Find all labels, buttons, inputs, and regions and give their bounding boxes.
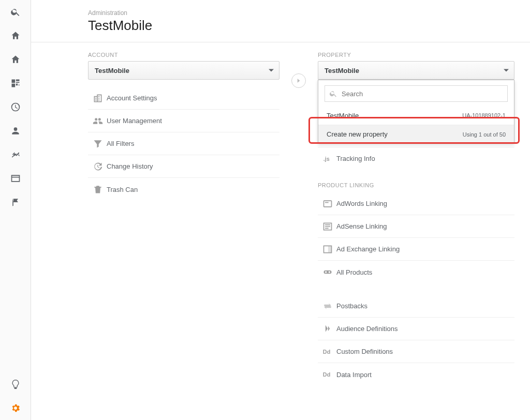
adsense-icon — [319, 221, 336, 232]
rail-realtime[interactable] — [0, 95, 31, 119]
trash-icon — [89, 184, 107, 194]
menu-custom-definitions[interactable]: Dd Custom Definitions — [318, 340, 514, 363]
nav-rail — [0, 0, 31, 420]
property-dropdown-popup: TestMobile UA-101889102-1 Create new pro… — [318, 80, 514, 144]
breadcrumb: Administration — [88, 9, 514, 17]
svg-point-8 — [329, 271, 330, 273]
people-icon — [89, 116, 107, 126]
menu-all-filters[interactable]: All Filters — [88, 132, 279, 155]
dd-icon: Dd — [319, 347, 336, 357]
dd-icon: Dd — [319, 369, 336, 380]
account-dropdown[interactable]: TestMobile — [88, 61, 279, 80]
filter-icon — [89, 139, 107, 149]
menu-trash-can[interactable]: Trash Can — [88, 178, 279, 201]
caret-down-icon — [269, 69, 274, 72]
link-icon — [319, 267, 336, 277]
menu-audience-definitions[interactable]: Audience Definitions — [318, 318, 514, 340]
property-option-create-new[interactable]: Create new property Using 1 out of 50 — [318, 125, 514, 143]
menu-tracking-info[interactable]: .js Tracking Info — [318, 147, 514, 170]
menu-all-products[interactable]: All Products — [318, 261, 514, 283]
adwords-icon — [319, 199, 336, 209]
rail-acquisition[interactable] — [0, 143, 31, 167]
rail-search[interactable] — [0, 0, 31, 24]
account-selected: TestMobile — [95, 67, 129, 74]
svg-rect-1 — [324, 201, 332, 207]
divider — [31, 42, 530, 42]
menu-adsense-linking[interactable]: AdSense Linking — [318, 215, 514, 238]
property-option-existing[interactable]: TestMobile UA-101889102-1 — [318, 106, 514, 125]
history-icon — [89, 161, 107, 172]
rail-conversions[interactable] — [0, 190, 31, 214]
caret-down-icon — [504, 69, 509, 72]
menu-change-history[interactable]: Change History — [88, 155, 279, 178]
page-title: TestMobile — [88, 18, 514, 34]
rail-home[interactable] — [0, 24, 31, 48]
menu-adexchange-linking[interactable]: Ad Exchange Linking — [318, 238, 514, 261]
svg-rect-6 — [324, 271, 332, 274]
account-label: ACCOUNT — [88, 52, 279, 61]
svg-rect-2 — [325, 202, 329, 203]
menu-adwords-linking[interactable]: AdWords Linking — [318, 192, 514, 215]
property-search-input[interactable] — [341, 89, 503, 98]
rail-audience[interactable] — [0, 119, 31, 143]
js-icon: .js — [319, 154, 336, 164]
svg-text:Dd: Dd — [323, 349, 330, 355]
audience-icon — [319, 324, 336, 334]
property-search[interactable] — [325, 85, 508, 102]
property-selected: TestMobile — [325, 67, 359, 74]
menu-data-import[interactable]: Dd Data Import — [318, 363, 514, 386]
postback-icon — [319, 301, 336, 311]
property-dropdown[interactable]: TestMobile — [318, 61, 514, 80]
rail-behavior[interactable] — [0, 167, 31, 190]
product-linking-label: PRODUCT LINKING — [318, 170, 514, 192]
adexchange-icon — [319, 244, 336, 254]
svg-text:Dd: Dd — [323, 371, 330, 378]
building-icon — [89, 93, 107, 103]
rail-admin[interactable] — [0, 396, 31, 420]
svg-point-7 — [325, 271, 327, 273]
svg-rect-5 — [328, 246, 332, 252]
menu-postbacks[interactable]: Postbacks — [318, 295, 514, 318]
menu-user-management[interactable]: User Management — [88, 110, 279, 132]
account-column: ACCOUNT TestMobile Account Settings User… — [88, 52, 279, 201]
search-icon — [329, 89, 337, 98]
menu-account-settings[interactable]: Account Settings — [88, 87, 279, 110]
rail-customization[interactable] — [0, 71, 31, 95]
property-label: PROPERTY — [318, 52, 514, 61]
property-column: PROPERTY TestMobile TestMobile — [318, 52, 514, 386]
column-connector — [279, 52, 318, 88]
rail-home[interactable] — [0, 48, 31, 71]
svg-text:.js: .js — [323, 156, 330, 162]
arrow-right-circle-icon — [291, 73, 306, 88]
rail-discover[interactable] — [0, 372, 31, 396]
